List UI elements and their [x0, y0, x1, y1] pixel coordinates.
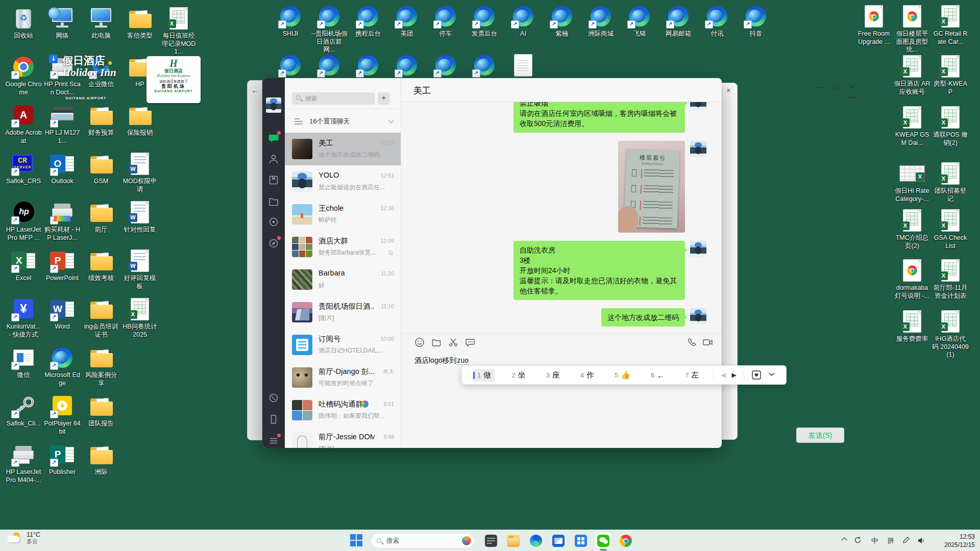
- desktop-icon[interactable]: WMOD权限申请: [121, 152, 158, 193]
- desktop-icon[interactable]: 洲际: [83, 442, 119, 477]
- rail-menu-icon[interactable]: [268, 435, 279, 446]
- desktop-icon[interactable]: 此电脑: [83, 6, 119, 40]
- back-arrow-icon[interactable]: ←: [251, 86, 259, 94]
- desktop-icon[interactable]: XGC Retail Rate Car...: [932, 4, 969, 46]
- desktop-icon[interactable]: XGSA Check List: [932, 208, 969, 250]
- desktop-icon[interactable]: X假日酒店 AR 应收账号: [894, 54, 930, 96]
- tray-expand-chevron-icon[interactable]: [842, 538, 846, 542]
- desktop-icon[interactable]: 停车: [427, 4, 464, 38]
- close-button[interactable]: ✕: [846, 81, 859, 93]
- desktop-icon-holiday-inn-express[interactable]: H 假日酒店 Holiday Inn Express 洲际酒店集团旗下 贵阳机场…: [146, 56, 201, 103]
- desktop-icon[interactable]: X前厅部-11月资金计划表: [932, 258, 969, 300]
- file-icon[interactable]: [431, 337, 443, 348]
- desktop-icon[interactable]: PPowerPoint: [44, 248, 81, 283]
- desktop-icon[interactable]: PPublisher: [44, 442, 81, 477]
- taskbar-app-chrome[interactable]: [618, 533, 634, 549]
- desktop-icon[interactable]: dormakaba 灯号说明 -...: [894, 258, 930, 300]
- taskbar-app-file-explorer[interactable]: [505, 533, 522, 549]
- taskbar-app-wechat[interactable]: [595, 533, 611, 549]
- avatar[interactable]: [292, 171, 312, 192]
- desktop-icon[interactable]: 紫楠: [544, 4, 580, 38]
- chat-more-menu-button[interactable]: •••: [846, 93, 859, 104]
- volume-icon[interactable]: [917, 537, 925, 546]
- rail-phone-icon[interactable]: [268, 392, 279, 404]
- ime-candidate[interactable]: 5👍: [610, 369, 634, 381]
- desktop-icon[interactable]: AAdobe Acrobat: [5, 103, 42, 145]
- desktop-icon[interactable]: 洲际商城: [582, 4, 619, 38]
- ime-settings-chevron-icon[interactable]: [768, 370, 778, 380]
- avatar[interactable]: [292, 433, 312, 448]
- desktop-icon[interactable]: W针对性回复: [121, 200, 158, 234]
- avatar[interactable]: [292, 237, 312, 257]
- rail-collections-icon[interactable]: [268, 174, 279, 186]
- chevron-down-icon[interactable]: [388, 117, 394, 123]
- ime-candidate[interactable]: 4作: [576, 369, 598, 382]
- avatar[interactable]: [292, 367, 312, 388]
- desktop-icon[interactable]: [427, 53, 464, 78]
- taskbar-app-edge[interactable]: [528, 533, 544, 549]
- desktop-icon[interactable]: XTMC介绍总页(2): [894, 208, 930, 250]
- desktop-icon[interactable]: Free Room Upgrade ...: [855, 4, 892, 46]
- desktop-icon[interactable]: ↓HP Print Scan Doct...: [44, 55, 81, 96]
- desktop-icon[interactable]: [311, 53, 348, 78]
- ime-language-indicator[interactable]: 中: [871, 536, 878, 545]
- pen-icon[interactable]: [902, 537, 910, 545]
- desktop-icon[interactable]: [350, 53, 386, 78]
- taskbar-app-dark-app[interactable]: [483, 533, 499, 549]
- desktop-icon[interactable]: 抖音: [738, 4, 774, 38]
- chat-history-icon[interactable]: [465, 337, 476, 348]
- desktop-icon[interactable]: ¥KunlunVat... - 快捷方式: [5, 297, 42, 339]
- chat-list-item[interactable]: 前厅-Django 彭...昨天可能发的时候点错了: [285, 361, 401, 394]
- desktop-icon[interactable]: --贵阳机场假日酒店群网...: [311, 4, 348, 54]
- background-window-right-edge[interactable]: ×: [722, 83, 738, 440]
- desktop-icon[interactable]: 美团: [388, 4, 425, 38]
- avatar[interactable]: [266, 97, 281, 113]
- desktop-icon[interactable]: [466, 53, 503, 78]
- desktop-icon[interactable]: hpHP LaserJet Pro MFP ...: [5, 200, 42, 242]
- desktop-icon[interactable]: X通联POS 撤销(2): [932, 105, 969, 147]
- taskbar-clock[interactable]: 12:53 2025/12/15: [944, 533, 975, 549]
- desktop-icon[interactable]: [388, 53, 425, 78]
- avatar[interactable]: [292, 335, 312, 355]
- chat-list-item[interactable]: 吐槽码沟通群9:51陈伟明：如果要我们帮...: [285, 394, 401, 427]
- desktop-icon[interactable]: 前厅: [83, 200, 119, 234]
- desktop-icon[interactable]: XIHG酒店代码 20240409(1): [932, 309, 969, 359]
- avatar[interactable]: [690, 102, 706, 110]
- minimize-button[interactable]: —: [812, 81, 825, 93]
- chat-list-item[interactable]: 王chole12:36帕萨特: [285, 198, 401, 231]
- desktop-icon[interactable]: 保险报销: [121, 103, 158, 137]
- taskbar-weather-widget[interactable]: 11°C 多云: [7, 531, 40, 545]
- desktop-icon[interactable]: 假日楼层平面图及房型统...: [894, 4, 930, 54]
- desktop-icon[interactable]: X团队招募登记: [932, 161, 969, 203]
- desktop-icon[interactable]: WWord: [44, 297, 81, 331]
- desktop-icon[interactable]: X房型-KWEAP: [932, 54, 969, 96]
- avatar[interactable]: [690, 308, 706, 324]
- screenshot-scissors-icon[interactable]: [448, 337, 459, 348]
- desktop-icon[interactable]: 企业微信: [83, 55, 119, 89]
- send-button[interactable]: 发送(S): [796, 428, 844, 443]
- rail-files-icon[interactable]: [268, 196, 279, 207]
- avatar[interactable]: [690, 241, 706, 257]
- ime-next-page-icon[interactable]: ▶: [732, 371, 737, 379]
- rail-mobile-icon[interactable]: [268, 414, 279, 425]
- voice-call-icon[interactable]: [687, 337, 698, 348]
- desktop-icon[interactable]: 飞猪: [621, 4, 658, 38]
- desktop-icon[interactable]: HP LJ M1271...: [44, 103, 81, 145]
- rail-contacts-icon[interactable]: [268, 154, 279, 165]
- chat-list-item[interactable]: Barbara11:20好: [285, 263, 401, 296]
- sync-icon[interactable]: [854, 536, 862, 545]
- emoji-icon[interactable]: [414, 337, 426, 348]
- avatar[interactable]: [690, 141, 706, 157]
- background-window-left-edge[interactable]: ←: [247, 80, 262, 440]
- taskbar-search-input[interactable]: 搜索: [371, 533, 475, 548]
- desktop-icon[interactable]: 客信类型: [121, 6, 158, 40]
- ime-candidate[interactable]: 3座: [542, 369, 564, 382]
- ime-sticker-icon[interactable]: [751, 370, 762, 380]
- rail-moments-icon[interactable]: [268, 216, 279, 228]
- rail-chat-icon[interactable]: [268, 133, 279, 144]
- desktop-icon[interactable]: 微信: [5, 345, 42, 380]
- desktop-icon[interactable]: OOutlook: [44, 152, 81, 186]
- bing-daily-icon[interactable]: [461, 535, 472, 546]
- desktop-icon[interactable]: [272, 53, 309, 78]
- chat-list-item[interactable]: 订阅号10:00酒店日记HOTELDAILY: ...: [285, 329, 401, 361]
